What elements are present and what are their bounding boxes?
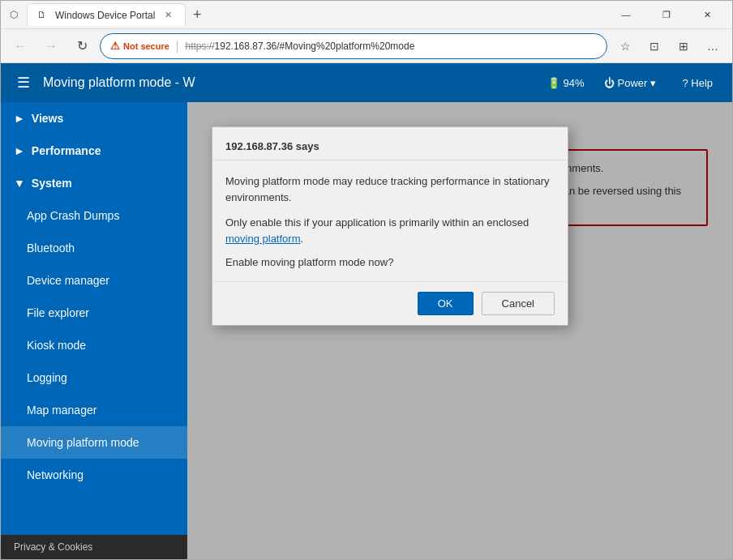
performance-triangle-icon: ► xyxy=(14,144,25,157)
modal-body: Moving platform mode may reduce tracking… xyxy=(212,160,568,281)
power-button[interactable]: ⏻ Power ▾ xyxy=(598,74,663,92)
sidebar-item-file-explorer[interactable]: File explorer xyxy=(1,297,187,329)
power-chevron-icon: ▾ xyxy=(650,77,656,89)
modal-text-2-prefix: Only enable this if your application is … xyxy=(225,216,529,229)
toolbar-icons: ☆ ⊡ ⊞ … xyxy=(612,33,726,59)
tab-favicon-icon: 🗋 xyxy=(37,10,49,21)
sidebar-item-networking[interactable]: Networking xyxy=(1,459,187,491)
sidebar-item-bluetooth[interactable]: Bluetooth xyxy=(1,232,187,264)
sidebar-item-map-manager[interactable]: Map manager xyxy=(1,394,187,426)
views-triangle-icon: ► xyxy=(14,112,25,125)
battery-level: 94% xyxy=(564,77,585,89)
privacy-footer[interactable]: Privacy & Cookies xyxy=(1,535,187,559)
url-https: https:// xyxy=(186,41,215,52)
modal-text-1: Moving platform mode may reduce tracking… xyxy=(225,173,555,205)
app-crash-dumps-label: App Crash Dumps xyxy=(27,209,119,222)
logging-label: Logging xyxy=(27,371,67,384)
back-icon: ← xyxy=(14,39,27,53)
sidebar-item-moving-platform-mode[interactable]: Moving platform mode xyxy=(1,426,187,459)
warning-icon: ⚠ xyxy=(110,40,120,52)
modal-question: Enable moving platform mode now? xyxy=(225,256,555,268)
app-header: ☰ Moving platform mode - W 🔋 94% ⏻ Power… xyxy=(1,63,732,102)
extensions-icon[interactable]: ⊞ xyxy=(671,33,697,59)
url-separator: | xyxy=(176,40,179,53)
sidebar-item-views[interactable]: ► Views xyxy=(1,102,187,135)
tab-title: Windows Device Portal xyxy=(55,10,155,21)
sidebar-item-device-manager[interactable]: Device manager xyxy=(1,264,187,297)
new-tab-button[interactable]: + xyxy=(186,3,208,26)
modal-buttons: OK Cancel xyxy=(212,281,568,325)
modal-text-2: Only enable this if your application is … xyxy=(225,215,555,246)
privacy-label: Privacy & Cookies xyxy=(14,541,92,553)
ok-button[interactable]: OK xyxy=(418,292,474,315)
battery-indicator: 🔋 94% xyxy=(547,77,585,89)
modal-title: 192.168.87.36 says xyxy=(225,140,319,152)
title-bar: ⬡ 🗋 Windows Device Portal ✕ + — ❐ ✕ xyxy=(1,1,732,29)
hamburger-menu-icon[interactable]: ☰ xyxy=(14,71,33,95)
modal-dialog: 192.168.87.36 says Moving platform mode … xyxy=(212,126,568,326)
forward-button[interactable]: → xyxy=(38,33,64,59)
more-menu-icon[interactable]: … xyxy=(700,33,726,59)
active-tab[interactable]: 🗋 Windows Device Portal ✕ xyxy=(27,3,186,26)
sidebar-item-app-crash-dumps[interactable]: App Crash Dumps xyxy=(1,199,187,232)
minimize-button[interactable]: — xyxy=(607,1,645,29)
device-manager-label: Device manager xyxy=(27,274,109,287)
modal-header: 192.168.87.36 says xyxy=(212,127,568,160)
forward-icon: → xyxy=(45,39,58,53)
address-field[interactable]: ⚠ Not secure | https://192.168.87.36/#Mo… xyxy=(100,33,607,59)
content-area: ► Views ► Performance ▼ System App Crash… xyxy=(1,102,732,559)
sidebar-item-system[interactable]: ▼ System xyxy=(1,167,187,199)
tab-bar: 🗋 Windows Device Portal ✕ + xyxy=(27,3,601,26)
restore-button[interactable]: ❐ xyxy=(648,1,685,29)
app-area: ☰ Moving platform mode - W 🔋 94% ⏻ Power… xyxy=(1,63,732,559)
window-icon-area: ⬡ xyxy=(7,8,20,21)
cancel-button[interactable]: Cancel xyxy=(482,292,555,315)
system-label: System xyxy=(32,177,72,190)
window-controls: — ❐ ✕ xyxy=(607,1,726,29)
system-triangle-icon: ▼ xyxy=(14,177,25,190)
power-icon: ⏻ xyxy=(604,77,615,89)
performance-label: Performance xyxy=(32,144,101,157)
views-label: Views xyxy=(32,112,63,125)
address-bar: ← → ↻ ⚠ Not secure | https://192.168.87.… xyxy=(1,29,732,63)
tab-close-button[interactable]: ✕ xyxy=(161,8,175,22)
battery-icon: 🔋 xyxy=(547,77,560,89)
file-explorer-label: File explorer xyxy=(27,306,89,319)
kiosk-mode-label: Kiosk mode xyxy=(27,339,86,352)
refresh-button[interactable]: ↻ xyxy=(69,33,95,59)
sidebar: ► Views ► Performance ▼ System App Crash… xyxy=(1,102,187,559)
security-badge: ⚠ Not secure xyxy=(110,40,169,52)
sidebar-item-kiosk-mode[interactable]: Kiosk mode xyxy=(1,329,187,361)
networking-label: Networking xyxy=(27,468,84,481)
sidebar-item-logging[interactable]: Logging xyxy=(1,361,187,394)
power-label: Power xyxy=(618,77,648,89)
browser-logo-icon: ⬡ xyxy=(7,8,20,21)
collections-icon[interactable]: ⊡ xyxy=(641,33,667,59)
back-button[interactable]: ← xyxy=(7,33,33,59)
sidebar-item-performance[interactable]: ► Performance xyxy=(1,135,187,167)
help-button[interactable]: ? Help xyxy=(675,74,719,92)
bluetooth-label: Bluetooth xyxy=(27,242,75,254)
modal-text-2-suffix: . xyxy=(300,233,303,245)
map-manager-label: Map manager xyxy=(27,404,96,417)
browser-window: ⬡ 🗋 Windows Device Portal ✕ + — ❐ ✕ ← → … xyxy=(0,0,733,560)
header-controls: 🔋 94% ⏻ Power ▾ ? Help xyxy=(547,74,719,92)
main-content: 192.168.87.36 says Moving platform mode … xyxy=(187,102,732,559)
moving-platform-mode-label: Moving platform mode xyxy=(27,436,139,449)
url-display: https://192.168.87.36/#Moving%20platform… xyxy=(186,41,415,52)
page-title: Moving platform mode - W xyxy=(43,75,538,90)
modal-overlay: 192.168.87.36 says Moving platform mode … xyxy=(187,102,732,559)
refresh-icon: ↻ xyxy=(77,38,88,53)
url-domain: 192.168.87.36 xyxy=(215,41,277,52)
favorites-icon[interactable]: ☆ xyxy=(612,33,638,59)
help-label: ? Help xyxy=(682,77,713,89)
modal-link[interactable]: moving platform xyxy=(225,233,300,245)
url-path: /#Moving%20platform%20mode xyxy=(276,41,414,52)
close-button[interactable]: ✕ xyxy=(688,1,726,29)
